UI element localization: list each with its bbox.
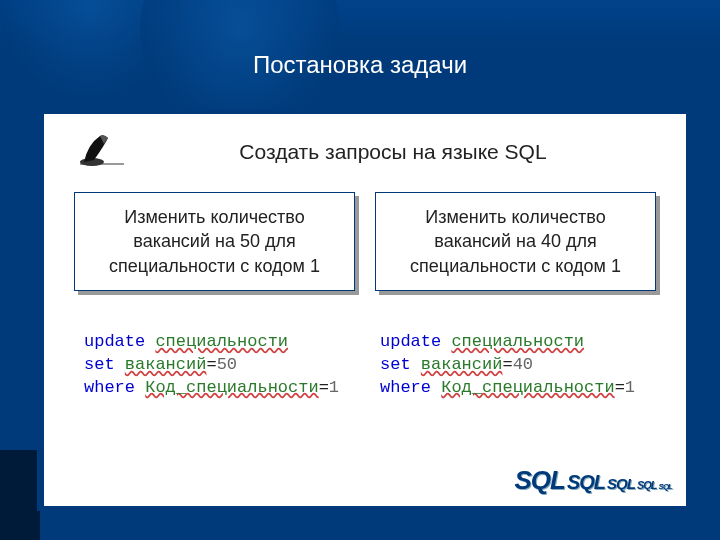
sql-logo-text: SQL [607,475,635,492]
keyword-set: set [380,355,411,374]
sql-logo: SQL SQL SQL SQL SQL [515,465,673,496]
sql-logo-text: SQL [515,465,565,496]
identifier-table: специальности [451,332,584,351]
identifier-column: вакансий [421,355,503,374]
identifier-column: вакансий [125,355,207,374]
slide-header: Постановка задачи [0,0,720,110]
keyword-where: where [380,378,431,397]
subtitle-row: Создать запросы на языке SQL [44,114,686,182]
keyword-where: where [84,378,135,397]
identifier-column: Код_специальности [441,378,614,397]
identifier-table: специальности [155,332,288,351]
keyword-update: update [380,332,441,351]
task-row: Изменить количество вакансий на 50 для с… [44,182,686,301]
literal-value: 40 [513,355,533,374]
sql-logo-text: SQL [659,482,672,491]
code-block-2: update специальности set вакансий=40 whe… [380,331,656,400]
slide-title: Постановка задачи [253,51,467,79]
subtitle-text: Создать запросы на языке SQL [170,140,616,164]
sql-logo-text: SQL [567,471,605,494]
code-block-1: update специальности set вакансий=50 whe… [84,331,360,400]
literal-value: 1 [625,378,635,397]
keyword-set: set [84,355,115,374]
identifier-column: Код_специальности [145,378,318,397]
pen-writing-icon [74,132,130,172]
literal-value: 50 [217,355,237,374]
sql-logo-text: SQL [637,479,657,491]
decorative-strip [0,450,40,540]
task-box-1: Изменить количество вакансий на 50 для с… [74,192,355,291]
literal-value: 1 [329,378,339,397]
task-box-2: Изменить количество вакансий на 40 для с… [375,192,656,291]
content-frame: Создать запросы на языке SQL Изменить ко… [40,110,688,508]
code-row: update специальности set вакансий=50 whe… [44,301,686,410]
keyword-update: update [84,332,145,351]
